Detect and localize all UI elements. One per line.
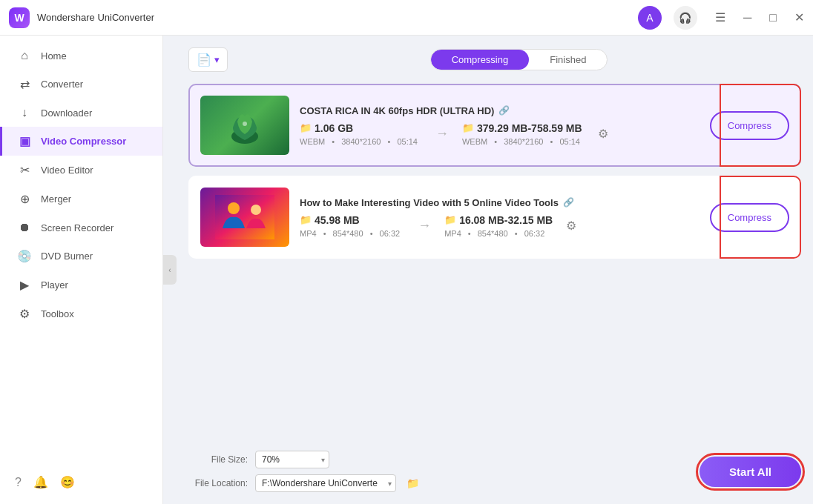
maximize-button[interactable]: □ (769, 11, 777, 24)
target-info-2: 📁 16.08 MB-32.15 MB MP4 • 854*480 • 06:3… (444, 214, 553, 238)
sidebar-label-home: Home (41, 50, 67, 62)
sidebar-label-video-compressor: Video Compressor (41, 136, 126, 147)
headset-icon[interactable]: 🎧 (674, 6, 697, 30)
home-icon: ⌂ (17, 49, 32, 62)
file-location-select-wrapper: F:\Wondershare UniConverte ▾ (255, 474, 396, 492)
video-card-2: How to Make Interesting Video with 5 Onl… (188, 176, 801, 259)
target-resolution-1: 3840*2160 (504, 137, 543, 146)
sidebar-item-player[interactable]: ▶ Player (0, 271, 162, 299)
arrow-icon-2: → (418, 218, 431, 233)
video-editor-icon: ✂ (17, 163, 32, 177)
target-format-2: MP4 (444, 229, 461, 238)
tabs-container: Compressing Finished (430, 49, 608, 70)
menu-icon[interactable]: ☰ (715, 10, 725, 24)
source-format-1: WEBM (300, 137, 325, 146)
browse-folder-icon[interactable]: 📁 (406, 477, 419, 489)
toolbar: 📄 ▾ Compressing Finished (188, 47, 801, 72)
edit-title-icon-2[interactable]: 🔗 (563, 197, 574, 208)
sidebar-collapse[interactable]: ‹ (163, 255, 177, 285)
video-title-2: How to Make Interesting Video with 5 Onl… (300, 197, 700, 208)
sidebar: ⌂ Home ⇄ Converter ↓ Downloader ▣ Video … (0, 36, 163, 504)
target-duration-1: 05:14 (559, 137, 580, 146)
video-thumbnail-1 (200, 96, 289, 155)
video-info-2: How to Make Interesting Video with 5 Onl… (300, 197, 700, 238)
video-list: COSTA RICA IN 4K 60fps HDR (ULTRA HD) 🔗 … (188, 84, 801, 434)
compress-button-1[interactable]: Compress (710, 111, 789, 140)
help-icon[interactable]: ? (15, 476, 22, 489)
tab-compressing[interactable]: Compressing (431, 50, 530, 70)
target-duration-2: 06:32 (524, 229, 545, 238)
file-details-2: 📁 45.98 MB MP4 • 854*480 • 06:32 (300, 214, 700, 238)
file-details-1: 📁 1.06 GB WEBM • 3840*2160 • 05:14 (300, 122, 700, 146)
dvd-burner-icon: 💿 (17, 249, 32, 263)
source-size-1: 📁 1.06 GB (300, 122, 422, 134)
file-size-field: File Size: 50% 60% 70% 80% 90% ▾ (188, 451, 419, 468)
sidebar-item-converter[interactable]: ⇄ Converter (0, 70, 162, 99)
sidebar-item-home[interactable]: ⌂ Home (0, 42, 162, 70)
tab-finished[interactable]: Finished (529, 50, 607, 70)
source-meta-1: WEBM • 3840*2160 • 05:14 (300, 137, 422, 146)
video-title-1: COSTA RICA IN 4K 60fps HDR (ULTRA HD) 🔗 (300, 105, 700, 116)
target-size-2: 📁 16.08 MB-32.15 MB (444, 214, 553, 226)
source-format-2: MP4 (300, 229, 317, 238)
content-area: 📄 ▾ Compressing Finished (177, 36, 813, 504)
sidebar-item-dvd-burner[interactable]: 💿 DVD Burner (0, 242, 162, 271)
sidebar-item-screen-recorder[interactable]: ⏺ Screen Recorder (0, 213, 162, 242)
add-file-button[interactable]: 📄 ▾ (188, 47, 228, 72)
start-all-button[interactable]: Start All (700, 457, 801, 487)
video-card-1: COSTA RICA IN 4K 60fps HDR (ULTRA HD) 🔗 … (188, 84, 801, 167)
notification-icon[interactable]: 🔔 (33, 475, 48, 489)
sidebar-label-toolbox: Toolbox (41, 308, 74, 319)
downloader-icon: ↓ (17, 106, 32, 119)
source-duration-1: 05:14 (397, 137, 418, 146)
sidebar-label-player: Player (41, 279, 68, 291)
source-size-2: 📁 45.98 MB (300, 214, 404, 226)
target-format-1: WEBM (462, 137, 487, 146)
file-location-select[interactable]: F:\Wondershare UniConverte (255, 474, 396, 492)
sidebar-item-downloader[interactable]: ↓ Downloader (0, 99, 162, 127)
sidebar-item-video-editor[interactable]: ✂ Video Editor (0, 156, 162, 185)
target-info-1: 📁 379.29 MB-758.59 MB WEBM • 3840*2160 •… (462, 122, 585, 146)
source-resolution-2: 854*480 (333, 229, 363, 238)
minimize-button[interactable]: ─ (743, 11, 751, 24)
sidebar-item-toolbox[interactable]: ⚙ Toolbox (0, 299, 162, 328)
converter-icon: ⇄ (17, 77, 32, 91)
source-duration-2: 06:32 (380, 229, 401, 238)
svg-rect-3 (215, 195, 274, 239)
sidebar-label-merger: Merger (41, 193, 71, 205)
compress-button-2[interactable]: Compress (710, 203, 789, 232)
sidebar-item-video-compressor[interactable]: ▣ Video Compressor (0, 127, 162, 156)
file-size-select-wrapper: 50% 60% 70% 80% 90% ▾ (255, 451, 329, 468)
svg-point-4 (228, 202, 240, 214)
video-compressor-icon: ▣ (17, 134, 32, 148)
close-button[interactable]: ✕ (794, 10, 804, 24)
file-location-label: File Location: (188, 478, 248, 488)
sidebar-label-downloader: Downloader (41, 107, 92, 119)
sidebar-bottom: ? 🔔 😊 (0, 466, 162, 498)
source-info-2: 📁 45.98 MB MP4 • 854*480 • 06:32 (300, 214, 404, 238)
bottom-bar: File Size: 50% 60% 70% 80% 90% ▾ File Lo… (188, 443, 801, 492)
file-size-select[interactable]: 50% 60% 70% 80% 90% (255, 451, 329, 468)
player-icon: ▶ (17, 278, 32, 292)
screen-recorder-icon: ⏺ (17, 221, 32, 234)
svg-point-1 (243, 122, 247, 126)
target-meta-1: WEBM • 3840*2160 • 05:14 (462, 137, 585, 146)
target-size-1: 📁 379.29 MB-758.59 MB (462, 122, 585, 134)
window-controls: A 🎧 ☰ ─ □ ✕ (638, 6, 804, 30)
user-avatar[interactable]: A (638, 6, 662, 30)
sidebar-label-dvd-burner: DVD Burner (41, 251, 93, 262)
arrow-icon-1: → (435, 126, 449, 142)
sidebar-item-merger[interactable]: ⊕ Merger (0, 185, 162, 213)
file-size-label: File Size: (188, 454, 248, 465)
edit-title-icon-1[interactable]: 🔗 (498, 105, 510, 116)
add-file-icon: 📄 (197, 53, 211, 67)
app-title: Wondershare UniConverter (37, 12, 638, 23)
support-icon[interactable]: 😊 (60, 475, 75, 489)
file-location-field: File Location: F:\Wondershare UniConvert… (188, 474, 419, 492)
settings-icon-2[interactable]: ⚙ (566, 219, 576, 233)
settings-icon-1[interactable]: ⚙ (598, 127, 608, 141)
target-resolution-2: 854*480 (478, 229, 508, 238)
add-dropdown-arrow: ▾ (214, 54, 220, 65)
title-bar: W Wondershare UniConverter A 🎧 ☰ ─ □ ✕ (0, 0, 813, 36)
source-resolution-1: 3840*2160 (341, 137, 381, 146)
